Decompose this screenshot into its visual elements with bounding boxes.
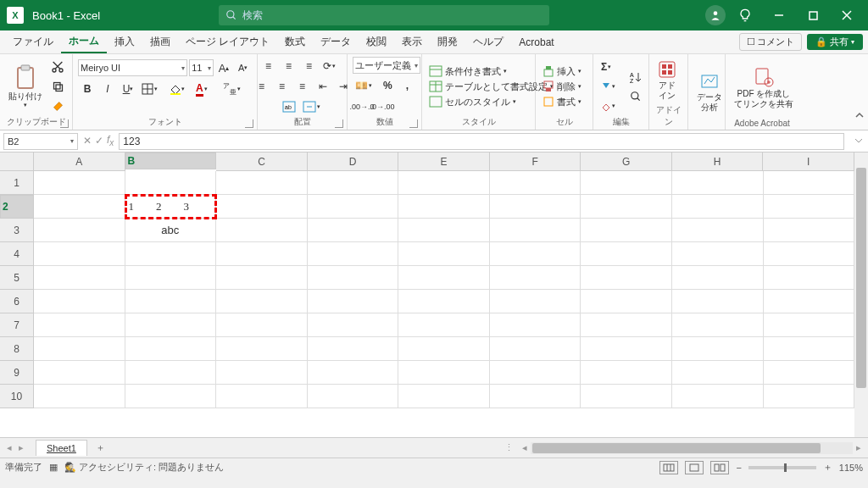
cell[interactable] xyxy=(216,266,308,290)
collapse-ribbon-button[interactable] xyxy=(854,110,865,123)
cell[interactable] xyxy=(581,337,672,361)
menu-item-校閲[interactable]: 校閲 xyxy=(359,31,394,53)
cell[interactable] xyxy=(34,313,125,337)
cell[interactable] xyxy=(764,195,855,219)
menu-item-ホーム[interactable]: ホーム xyxy=(61,30,107,53)
cell[interactable] xyxy=(581,361,672,385)
column-header[interactable]: G xyxy=(581,152,672,171)
orientation-button[interactable]: ⟳▾ xyxy=(320,57,346,75)
accept-formula-button[interactable]: ✓ xyxy=(95,135,103,147)
cell[interactable] xyxy=(398,266,490,290)
cell[interactable] xyxy=(672,171,764,195)
paste-button[interactable]: 貼り付け▾ xyxy=(5,63,46,110)
cell[interactable] xyxy=(125,171,217,195)
cell[interactable] xyxy=(672,195,764,219)
cell[interactable] xyxy=(34,385,125,408)
percent-button[interactable]: % xyxy=(379,76,397,95)
column-header[interactable]: C xyxy=(216,152,308,171)
cell[interactable] xyxy=(308,195,399,219)
zoom-slider[interactable] xyxy=(748,466,816,469)
cell[interactable] xyxy=(764,290,855,313)
format-painter-button[interactable] xyxy=(48,97,67,115)
cell[interactable]: 1 2 3 xyxy=(125,195,217,219)
indent-dec-button[interactable]: ⇤ xyxy=(314,77,332,96)
cell[interactable] xyxy=(764,385,855,408)
column-header[interactable]: E xyxy=(398,152,490,171)
cell[interactable] xyxy=(34,195,125,219)
cell[interactable] xyxy=(672,337,764,361)
scrollbar-thumb[interactable] xyxy=(532,443,821,453)
cell[interactable] xyxy=(581,195,672,219)
zoom-level[interactable]: 115% xyxy=(839,463,863,473)
horizontal-scrollbar[interactable] xyxy=(531,442,853,454)
row-header[interactable]: 4 xyxy=(0,242,34,266)
currency-button[interactable]: 💴▾ xyxy=(353,76,377,95)
minimize-button[interactable] xyxy=(765,3,793,28)
cell[interactable] xyxy=(672,242,764,266)
font-color-button[interactable]: A▾ xyxy=(193,80,219,98)
maximize-button[interactable] xyxy=(798,3,827,28)
menu-item-ヘルプ[interactable]: ヘルプ xyxy=(465,31,511,53)
underline-button[interactable]: U ▾ xyxy=(119,80,137,98)
merge-button[interactable]: ▾ xyxy=(300,97,326,116)
cell[interactable] xyxy=(490,242,581,266)
cell[interactable] xyxy=(308,385,399,408)
worksheet-grid[interactable]: ABCDEFGHI 12345678910 1 2 3abc xyxy=(0,152,868,437)
autosum-button[interactable]: Σ▾ xyxy=(598,58,624,76)
cell[interactable] xyxy=(490,361,581,385)
cell[interactable] xyxy=(125,266,217,290)
row-header[interactable]: 7 xyxy=(0,313,34,337)
dialog-launcher-icon[interactable] xyxy=(409,119,418,128)
cell[interactable] xyxy=(581,219,672,242)
cell[interactable] xyxy=(581,171,672,195)
data-analysis-button[interactable]: データ 分析 xyxy=(693,70,726,114)
align-left-button[interactable]: ≡ xyxy=(253,77,271,96)
column-header[interactable]: B xyxy=(125,152,217,169)
cell[interactable] xyxy=(490,337,581,361)
cell[interactable] xyxy=(125,385,217,408)
menu-item-表示[interactable]: 表示 xyxy=(394,31,430,53)
find-select-button[interactable] xyxy=(626,87,645,106)
cell[interactable] xyxy=(216,195,308,219)
accessibility-status[interactable]: 🕵 アクセシビリティ: 問題ありません xyxy=(64,461,224,474)
align-bot-button[interactable]: ≡ xyxy=(300,57,319,75)
select-all-corner[interactable] xyxy=(0,152,34,171)
row-header[interactable]: 2 xyxy=(0,195,34,219)
align-top-button[interactable]: ≡ xyxy=(259,57,278,75)
inc-decimal-button[interactable]: .00→.0 xyxy=(353,97,371,116)
row-header[interactable]: 8 xyxy=(0,337,34,361)
cell[interactable] xyxy=(398,385,490,408)
format-cells-button[interactable]: 書式 ▾ xyxy=(541,95,583,109)
cell[interactable] xyxy=(672,313,764,337)
cell[interactable] xyxy=(672,266,764,290)
menu-item-ページ レイアウト[interactable]: ページ レイアウト xyxy=(178,31,277,53)
comments-button[interactable]: ☐ コメント xyxy=(739,33,802,51)
font-size-select[interactable]: 11▾ xyxy=(189,59,213,76)
cell[interactable] xyxy=(308,171,399,195)
account-icon[interactable] xyxy=(705,5,726,25)
cell[interactable] xyxy=(764,242,855,266)
fx-button[interactable]: fx xyxy=(107,134,114,147)
cell[interactable] xyxy=(490,195,581,219)
cell[interactable] xyxy=(216,219,308,242)
cell[interactable] xyxy=(672,385,764,408)
cell[interactable] xyxy=(398,219,490,242)
cell[interactable] xyxy=(34,337,125,361)
cell[interactable] xyxy=(125,313,217,337)
italic-button[interactable]: I xyxy=(98,80,117,98)
cell[interactable] xyxy=(216,290,308,313)
cell[interactable] xyxy=(398,313,490,337)
cell[interactable] xyxy=(34,242,125,266)
formula-input[interactable]: 123 xyxy=(119,133,844,150)
zoom-out-button[interactable]: − xyxy=(736,463,741,473)
row-header[interactable]: 5 xyxy=(0,266,34,290)
copy-button[interactable] xyxy=(48,77,67,96)
comma-button[interactable]: , xyxy=(398,76,416,95)
cell[interactable] xyxy=(764,337,855,361)
bold-button[interactable]: B xyxy=(78,80,97,98)
cell[interactable] xyxy=(490,219,581,242)
cell[interactable] xyxy=(398,337,490,361)
cell[interactable] xyxy=(125,290,217,313)
cell[interactable] xyxy=(308,242,399,266)
normal-view-button[interactable] xyxy=(659,461,678,474)
